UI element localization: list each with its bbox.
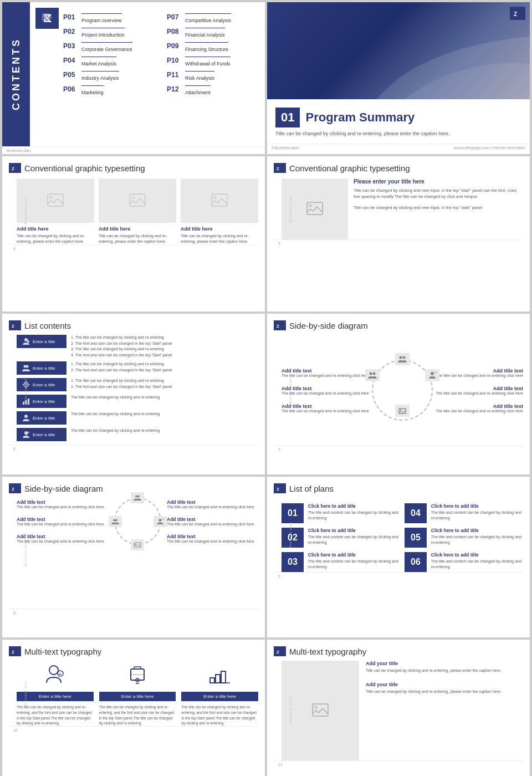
list-desc-1: 1. The title can be changed by clicking …	[71, 335, 172, 358]
list-btn-5[interactable]: Enter a title	[17, 411, 66, 425]
plan-desc-01: The title and content can be changed by …	[308, 510, 400, 521]
slide4-heading: Conventional graphic typesetting	[289, 164, 410, 173]
svg-rect-52	[313, 704, 328, 716]
plan-desc-03: The title and content can be changed by …	[308, 559, 400, 570]
svg-text:Z: Z	[277, 324, 279, 329]
list-desc-5: The title can be changed by clicking and…	[71, 411, 160, 417]
list-desc-4: The title can be changed by clicking and…	[71, 395, 160, 401]
plan-desc-06: The title and content can be changed by …	[431, 559, 523, 570]
conv-card-2-desc: Title can be changed by clicking and re-…	[99, 233, 176, 244]
slide3-heading: Conventional graphic typesetting	[24, 164, 145, 173]
svg-point-38	[135, 544, 136, 545]
slide-multi-10: Z Multi-text typography Business plan Ad…	[267, 640, 530, 776]
svg-text:Z: Z	[12, 487, 14, 492]
svg-point-17	[26, 365, 29, 368]
plan-item-02: 02 Click here to add title The title and…	[282, 528, 400, 548]
multi-card-2: Enter a title here The title can be chan…	[99, 661, 176, 726]
svg-rect-5	[130, 194, 145, 206]
plan-num-05: 05	[405, 528, 427, 548]
slide5-heading: List contents	[24, 321, 71, 330]
list-row-3: Enter a title 1. The title can be change…	[17, 378, 258, 391]
conv-img-3	[181, 178, 258, 223]
slide4-right-body1: Title can be changed by clicking and new…	[354, 187, 523, 200]
multi-icon-2	[99, 661, 176, 688]
list-btn-1[interactable]: + Enter a title	[17, 335, 66, 348]
svg-text:Z: Z	[277, 487, 279, 492]
conv-card-1-title: Add title here	[17, 226, 94, 232]
conv-card-1: Add title here Title can be changed by c…	[17, 178, 94, 244]
multi10-item-1: Add your title Title can be changed by c…	[366, 661, 523, 674]
multi-desc-2: The title can be changed by clicking and…	[99, 704, 176, 726]
slide8-page: 9	[278, 574, 280, 578]
slide-plans-8: Z List of plans Business plan 01 Click h…	[267, 477, 530, 637]
svg-point-23	[24, 415, 28, 418]
multi-icon-3	[181, 661, 258, 688]
toc-item-p01: P01 Program overview	[63, 13, 156, 24]
footer-left: Business plan	[7, 149, 31, 152]
slide8-heading: List of plans	[289, 484, 334, 493]
svg-point-35	[137, 496, 140, 498]
svg-text:Z: Z	[12, 324, 14, 329]
slide3-page: 4	[13, 247, 16, 251]
list-desc-6: The title can be changed by clicking and…	[71, 428, 160, 434]
multi-btn-3[interactable]: Enter a title here	[181, 692, 258, 701]
slide9-footer: 10	[9, 726, 258, 734]
conv-card-3: Add title here Title can be changed by c…	[181, 178, 258, 244]
slide5-page: 6	[13, 447, 16, 451]
svg-text:+: +	[59, 672, 62, 677]
multi-desc-3: The title can be changed by clicking and…	[181, 704, 258, 726]
side7-right-2: Add title text The title can be changed …	[167, 517, 258, 526]
svg-text:Z: Z	[44, 16, 47, 22]
summary-title: Program Summary	[305, 110, 415, 125]
toc-item-p12: P12 Attachment	[167, 85, 259, 96]
slide-contents: CONTENTS Z P01 Program overview P07	[2, 2, 265, 154]
slide-list-5: Z List contents Business plan + Enter a …	[2, 314, 265, 474]
conv-img-1	[17, 178, 94, 223]
summary-desc: Title can be changed by clicking and re-…	[267, 130, 530, 144]
plan-item-03: 03 Click here to add title The title and…	[282, 552, 400, 572]
slide5-footer: 6	[9, 445, 258, 452]
svg-point-4	[49, 196, 53, 199]
svg-point-6	[131, 196, 135, 199]
list-row-1: + Enter a title 1. The title can be chan…	[17, 335, 258, 358]
plan-item-01: 01 Click here to add title The title and…	[282, 503, 400, 523]
list-row-2: Enter a title 1. The title can be change…	[17, 361, 258, 375]
footer-left-2: 3 Business plan	[272, 146, 299, 150]
conv-card-2-title: Add title here	[99, 226, 176, 232]
side7-right-3: Add title text The title can be changed …	[167, 534, 258, 543]
plan-title-02: Click here to add title	[308, 528, 400, 533]
svg-rect-7	[212, 194, 227, 206]
slide9-heading: Multi-text typography	[24, 647, 101, 656]
multi10-item-2: Add your title Title can be changed by c…	[366, 682, 523, 695]
slide7-heading: Side-by-side diagram	[24, 484, 103, 493]
plans-grid: 01 Click here to add title The title and…	[282, 503, 523, 572]
slide-side-7: Z Side-by-side diagram Business plan Add…	[2, 477, 265, 637]
svg-point-43	[49, 666, 58, 675]
slide-multi-9: Z Multi-text typography Business plan + …	[2, 640, 265, 776]
side6-right-1: Add title text The title can be changed …	[436, 368, 523, 377]
plan-num-04: 04	[405, 503, 427, 523]
toc-item-p02: P02 Project Introduction	[63, 28, 156, 39]
svg-rect-48	[216, 675, 220, 683]
svg-text:Z: Z	[12, 166, 14, 171]
svg-text:Z: Z	[12, 650, 14, 655]
list-btn-6[interactable]: Enter a title	[17, 428, 66, 441]
plan-num-02: 02	[282, 528, 304, 548]
summary-badge: 01	[275, 108, 300, 127]
multi10-body-1: Title can be changed by clicking and re-…	[366, 668, 523, 674]
side7-right-1: Add title text The title can be changed …	[167, 499, 258, 509]
multi10-body-2: Title can be changed by clicking and re-…	[366, 689, 523, 695]
slide-footer: Business plan	[2, 146, 265, 154]
plan-num-03: 03	[282, 552, 304, 572]
side6-left-3: Add title text The title can be changed …	[282, 404, 369, 413]
conv-card-1-desc: Title can be changed by clicking and re-…	[17, 233, 94, 244]
multi-btn-1[interactable]: Enter a title here	[17, 692, 94, 701]
multi-btn-2[interactable]: Enter a title here	[99, 692, 176, 701]
plan-desc-02: The title and content can be changed by …	[308, 534, 400, 545]
list-btn-2[interactable]: Enter a title	[17, 361, 66, 375]
svg-point-28	[431, 372, 434, 375]
slide10-footer: 11	[274, 760, 523, 768]
plan-title-06: Click here to add title	[431, 552, 523, 558]
plan-title-03: Click here to add title	[308, 552, 400, 558]
multi-card-1: + Enter a title here The title can be ch…	[17, 661, 94, 726]
